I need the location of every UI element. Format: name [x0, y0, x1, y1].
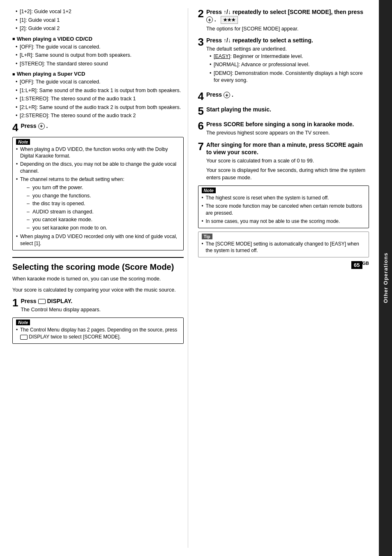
- tip-item: The [SCORE MODE] setting is automaticall…: [202, 241, 366, 255]
- list-item: [1+2]: Guide vocal 1+2: [16, 8, 184, 16]
- step2-title: Press ↑/↓ repeatedly to select [SCORE MO…: [206, 8, 369, 24]
- tip-box-bottom: Tip The [SCORE MODE] setting is automati…: [198, 232, 369, 258]
- note-list-1: When playing a DVD VIDEO, the function w…: [16, 146, 180, 248]
- step-number-4-left: 4: [12, 122, 18, 133]
- list-item: [OFF]: The guide vocal is canceled.: [16, 44, 184, 51]
- step7-body2: Your score is displayed for five seconds…: [206, 167, 369, 181]
- list-item: [L+R]: Same sound is output from both sp…: [16, 52, 184, 59]
- note-label-2: Note: [16, 320, 30, 325]
- step2-content: Press ↑/↓ repeatedly to select [SCORE MO…: [206, 8, 369, 32]
- scoring-intro-2: Your score is calculated by comparing yo…: [12, 286, 184, 294]
- scoring-intro-1: When karaoke mode is turned on, you can …: [12, 275, 184, 283]
- step-number-7: 7: [198, 141, 204, 152]
- step1-title: Press DISPLAY.: [21, 297, 183, 305]
- note-item: The score mode function may be canceled …: [202, 203, 366, 217]
- right-sidebar: Other Operations: [379, 0, 392, 556]
- note-box-bottom: Note The highest score is reset when the…: [198, 185, 369, 228]
- super-vcd-list: [OFF]: The guide vocal is canceled. [1:L…: [12, 79, 184, 120]
- page-number: 65: [351, 261, 362, 269]
- note-item: The channel returns to the default setti…: [16, 176, 180, 232]
- note-item: In some cases, you may not be able to us…: [202, 218, 366, 225]
- circle-plus-icon: +: [38, 123, 45, 130]
- note-label-bottom: Note: [202, 188, 216, 193]
- display-icon: [38, 299, 46, 304]
- list-item: [OFF]: The guide vocal is canceled.: [16, 79, 184, 86]
- right-column: 2 Press ↑/↓ repeatedly to select [SCORE …: [196, 8, 369, 548]
- list-item: [1]: Guide vocal 1: [16, 17, 184, 24]
- step7-row: 7 After singing for more than a minute, …: [198, 141, 369, 182]
- step5-content: Start playing the music.: [206, 106, 369, 115]
- step7-title: After singing for more than a minute, pr…: [206, 141, 369, 156]
- step3-body: The default settings are underlined.: [206, 46, 369, 53]
- step1-body: The Control Menu display appears.: [21, 306, 183, 314]
- note-list-bottom: The highest score is reset when the syst…: [202, 195, 366, 225]
- left-column: [1+2]: Guide vocal 1+2 [1]: Guide vocal …: [12, 8, 188, 548]
- display-icon-2: [20, 335, 28, 340]
- step3-row: 3 Press ↑/↓ repeatedly to select a setti…: [198, 37, 369, 87]
- list-item: [EASY]: Beginner or Intermediate level.: [210, 53, 369, 60]
- sidebar-label: Other Operations: [383, 253, 389, 303]
- step1-content: Press DISPLAY. The Control Menu display …: [21, 297, 183, 314]
- step-number-6: 6: [198, 120, 204, 131]
- list-item: [DEMO]: Demonstration mode. Consistently…: [210, 70, 369, 84]
- note-item: The highest score is reset when the syst…: [202, 195, 366, 202]
- step4-right-content: Press + .: [206, 91, 369, 100]
- page: [1+2]: Guide vocal 1+2 [1]: Guide vocal …: [0, 0, 392, 556]
- step1-row: 1 Press DISPLAY. The Control Menu displa…: [12, 297, 184, 314]
- video-cd-list: [OFF]: The guide vocal is canceled. [L+R…: [12, 44, 184, 68]
- step6-row: 6 Press SCORE before singing a song in k…: [198, 120, 369, 137]
- circle-plus-icon-3: +: [224, 92, 230, 98]
- note-box-1: Note When playing a DVD VIDEO, the funct…: [12, 137, 184, 251]
- tip-list-bottom: The [SCORE MODE] setting is automaticall…: [202, 241, 366, 255]
- step4-right-title: Press + .: [206, 91, 369, 98]
- scoring-mode-title: Selecting the scoring mode (Score Mode): [12, 262, 184, 272]
- dash-item: you set karaoke pon mode to on.: [27, 225, 180, 232]
- note-item: The Control Menu display has 2 pages. De…: [16, 327, 180, 341]
- step6-body: The previous highest score appears on th…: [206, 130, 369, 137]
- page-suffix: GB: [362, 261, 369, 266]
- note-item: Depending on the discs, you may not be a…: [16, 161, 180, 175]
- dash-item: you change the functions.: [27, 192, 180, 200]
- demo-label: [DEMO]: [214, 70, 232, 76]
- note-label-1: Note: [16, 139, 30, 145]
- note-list-2: The Control Menu display has 2 pages. De…: [16, 327, 180, 341]
- step4-right-row: 4 Press + .: [198, 91, 369, 102]
- dash-item: you cancel karaoke mode.: [27, 216, 180, 224]
- step-number-4-right: 4: [198, 91, 204, 102]
- initial-bullet-list: [1+2]: Guide vocal 1+2 [1]: Guide vocal …: [12, 8, 184, 32]
- note-box-2: Note The Control Menu display has 2 page…: [12, 317, 184, 344]
- dash-item: the disc tray is opened.: [27, 200, 180, 208]
- list-item: [2]: Guide vocal 2: [16, 25, 184, 32]
- step5-row: 5 Start playing the music.: [198, 106, 369, 116]
- page-number-area: 65GB: [198, 261, 369, 269]
- tip-label-bottom: Tip: [202, 234, 212, 239]
- step2-body: The options for [SCORE MODE] appear.: [206, 25, 369, 33]
- step7-content: After singing for more than a minute, pr…: [206, 141, 369, 182]
- step4-left-title: Press + .: [21, 122, 183, 130]
- step3-title: Press ↑/↓ repeatedly to select a setting…: [206, 37, 369, 44]
- dash-item: AUDIO stream is changed.: [27, 208, 180, 216]
- step7-body1: Your score is calculated from a scale of…: [206, 158, 369, 165]
- step-number-3: 3: [198, 37, 204, 47]
- step-number-2: 2: [198, 8, 204, 19]
- step-number-5: 5: [198, 106, 204, 116]
- list-item: [1:L+R]: Same sound of the audio track 1…: [16, 87, 184, 95]
- step4-left: 4 Press + .: [12, 122, 184, 133]
- two-col-layout: [1+2]: Guide vocal 1+2 [1]: Guide vocal …: [12, 8, 369, 548]
- video-cd-heading: When playing a VIDEO CD/CD: [12, 36, 184, 42]
- section-divider: [12, 257, 184, 258]
- step6-content: Press SCORE before singing a song in kar…: [206, 120, 369, 137]
- step3-content: Press ↑/↓ repeatedly to select a setting…: [206, 37, 369, 87]
- main-content: [1+2]: Guide vocal 1+2 [1]: Guide vocal …: [0, 0, 379, 556]
- easy-label: [EASY]: [214, 53, 230, 59]
- score-badge: ★★★: [221, 16, 238, 23]
- step2-row: 2 Press ↑/↓ repeatedly to select [SCORE …: [198, 8, 369, 32]
- note-item: When playing a DVD VIDEO recorded only w…: [16, 233, 180, 247]
- dash-list-1: you turn off the power. you change the f…: [20, 184, 180, 232]
- dash-item: you turn off the power.: [27, 184, 180, 192]
- step4-left-content: Press + .: [21, 122, 183, 131]
- list-item: [1:STEREO]: The stereo sound of the audi…: [16, 95, 184, 103]
- list-item: [STEREO]: The standard stereo sound: [16, 60, 184, 68]
- list-item: [NORMAL]: Advance or professional level.: [210, 61, 369, 69]
- circle-plus-icon-2: +: [206, 16, 213, 23]
